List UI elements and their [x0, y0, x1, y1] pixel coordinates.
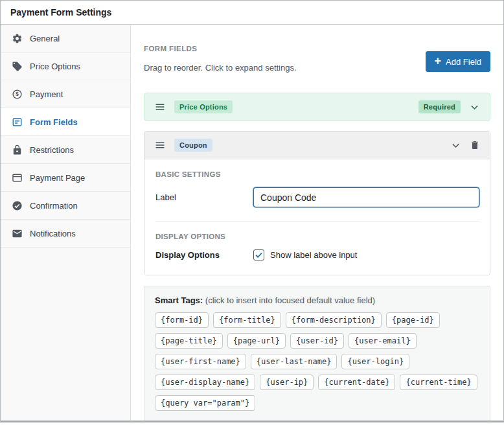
smart-tags-title: Smart Tags: (click to insert into focuse… [155, 295, 479, 305]
panel-title: Payment Form Settings [10, 7, 111, 17]
panel-body: GeneralPrice Options$PaymentForm FieldsR… [1, 25, 503, 421]
plus-icon: + [435, 55, 442, 67]
sidebar-item-label: Payment Page [30, 173, 85, 183]
display-options-heading: DISPLAY OPTIONS [155, 233, 479, 240]
sidebar-item-general[interactable]: General [1, 25, 130, 52]
drag-handle-icon[interactable] [154, 139, 166, 151]
show-label-option: Show label above input [253, 249, 357, 260]
sidebar-item-notifications[interactable]: Notifications [1, 220, 130, 248]
divider [155, 221, 479, 222]
sidebar-item-label: Notifications [30, 229, 76, 238]
envelope-icon [12, 228, 23, 239]
check-circle-icon [12, 200, 23, 211]
smart-tags-list: {form-id}{form-title}{form-description}{… [155, 312, 479, 411]
sidebar-item-label: Price Options [30, 62, 80, 71]
form-fields-content: FORM FIELDS Drag to reorder. Click to ex… [131, 25, 503, 421]
smart-tags-panel: Smart Tags: (click to insert into focuse… [144, 286, 490, 421]
field-row-price-options[interactable]: Price Options Required [144, 93, 490, 121]
smart-tags-title-bold: Smart Tags: [155, 295, 203, 305]
smart-tag-button[interactable]: {current-time} [400, 375, 477, 390]
panel-header: Payment Form Settings [1, 1, 503, 25]
smart-tag-button[interactable]: {form-id} [155, 312, 209, 328]
smart-tag-button[interactable]: {current-date} [318, 375, 395, 390]
field-type-badge: Coupon [174, 139, 212, 152]
smart-tag-button[interactable]: {user-email} [349, 333, 417, 349]
smart-tag-button[interactable]: {form-description} [286, 312, 382, 328]
display-options-row: Display Options Show label above input [155, 249, 479, 260]
sidebar-item-payment[interactable]: $Payment [1, 80, 130, 108]
payment-form-settings-panel: Payment Form Settings GeneralPrice Optio… [0, 0, 504, 422]
label-setting-row: Label [155, 187, 479, 207]
form-fields-icon [12, 117, 23, 128]
smart-tag-button[interactable]: {user-id} [290, 333, 344, 349]
gear-icon [12, 33, 23, 44]
smart-tag-button[interactable]: {user-first-name} [155, 354, 246, 369]
display-options-label: Display Options [155, 250, 253, 260]
chevron-down-icon[interactable] [450, 140, 461, 151]
svg-text:$: $ [16, 91, 19, 97]
sidebar-item-price-options[interactable]: Price Options [1, 52, 130, 80]
settings-sidebar: GeneralPrice Options$PaymentForm FieldsR… [1, 25, 131, 421]
sidebar-item-label: Restrictions [30, 145, 74, 155]
sidebar-item-label: Form Fields [30, 117, 78, 127]
field-row-coupon[interactable]: Coupon [144, 132, 490, 159]
tag-icon [12, 61, 23, 72]
smart-tag-button[interactable]: {query var="param"} [155, 395, 255, 411]
smart-tag-button[interactable]: {user-ip} [260, 375, 314, 390]
sidebar-item-confirmation[interactable]: Confirmation [1, 192, 130, 220]
field-card-coupon: Coupon BASIC SETTINGS Label DISPLA [144, 131, 490, 275]
smart-tag-button[interactable]: {form-title} [213, 312, 281, 328]
sidebar-item-label: Payment [30, 89, 63, 99]
smart-tag-button[interactable]: {user-display-name} [155, 375, 255, 390]
sidebar-item-payment-page[interactable]: Payment Page [1, 164, 130, 192]
label-input[interactable] [253, 187, 479, 207]
show-label-checkbox[interactable] [253, 249, 264, 260]
sidebar-item-label: General [30, 34, 60, 43]
add-field-button[interactable]: + Add Field [426, 51, 490, 72]
sidebar-item-form-fields[interactable]: Form Fields [1, 108, 130, 136]
field-type-badge: Price Options [174, 100, 233, 113]
smart-tag-button[interactable]: {page-title} [155, 333, 223, 349]
add-field-label: Add Field [446, 57, 481, 67]
dollar-circle-icon: $ [12, 89, 23, 100]
smart-tags-hint: (click to insert into focused default va… [205, 295, 375, 305]
lock-icon [12, 144, 23, 156]
basic-settings-heading: BASIC SETTINGS [155, 170, 479, 178]
browser-icon [12, 172, 23, 183]
trash-icon[interactable] [470, 140, 480, 150]
coupon-settings-body: BASIC SETTINGS Label DISPLAY OPTIONS Dis… [144, 159, 490, 275]
chevron-down-icon[interactable] [469, 102, 480, 113]
sidebar-item-restrictions[interactable]: Restrictions [1, 136, 130, 164]
show-label-checkbox-label: Show label above input [270, 250, 357, 260]
sidebar-item-label: Confirmation [30, 201, 78, 211]
label-field-label: Label [155, 192, 253, 202]
smart-tag-button[interactable]: {user-last-name} [251, 354, 338, 369]
required-badge: Required [418, 100, 461, 113]
drag-handle-icon[interactable] [154, 101, 166, 113]
smart-tag-button[interactable]: {user-login} [341, 354, 409, 369]
smart-tag-button[interactable]: {page-id} [386, 312, 440, 328]
smart-tag-button[interactable]: {page-url} [227, 333, 286, 349]
